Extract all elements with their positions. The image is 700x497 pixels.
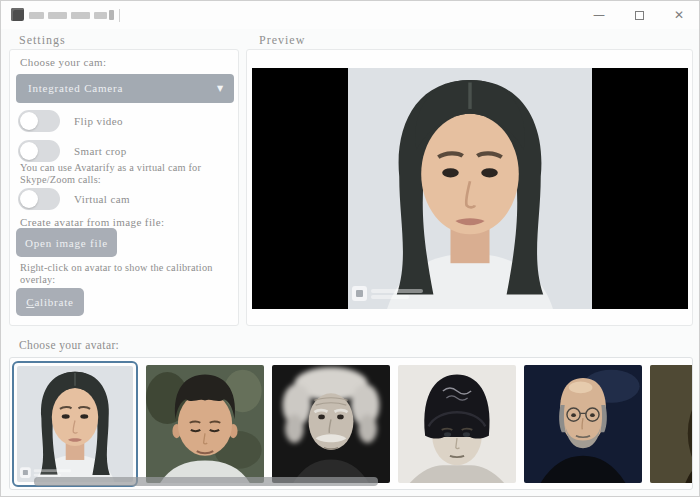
preview-panel (246, 49, 693, 326)
preview-section-title: Preview (259, 33, 305, 48)
toggle-knob (20, 142, 38, 160)
avatar-item-mona-lisa[interactable] (650, 365, 693, 483)
flip-video-row: Flip video (18, 110, 123, 132)
virtual-cam-toggle[interactable] (18, 188, 60, 210)
calibrate-note: Right-click on avatar to show the calibr… (20, 262, 242, 285)
preview-image-area (252, 68, 688, 309)
avatar-image-boy (146, 365, 264, 483)
create-avatar-label: Create avatar from image file: (20, 216, 165, 228)
flip-video-label: Flip video (74, 115, 123, 127)
choose-avatar-label: Choose your avatar: (19, 339, 119, 351)
window-controls: — ✕ (579, 1, 699, 29)
redacted-title-segment (109, 10, 114, 20)
virtual-cam-label: Virtual cam (74, 193, 130, 205)
settings-section-title: Settings (19, 33, 66, 48)
calibrate-button-label: Calibrate (16, 296, 84, 308)
redacted-title-segment (71, 12, 90, 19)
flip-video-toggle[interactable] (18, 110, 60, 132)
letterbox-right (592, 68, 688, 309)
letterbox-left (252, 68, 348, 309)
smart-crop-toggle[interactable] (18, 140, 60, 162)
video-watermark (352, 286, 423, 301)
title-caret-line (119, 9, 120, 22)
avatar-watermark (20, 467, 71, 478)
chevron-down-icon: ▼ (217, 74, 224, 103)
redacted-title-segment (48, 12, 67, 19)
toggle-knob (20, 112, 38, 130)
avatar-item-eminem[interactable] (398, 365, 516, 483)
avatar-strip (9, 357, 693, 490)
avatar-image-steve-jobs (524, 365, 642, 483)
avatar-scrollbar[interactable] (34, 477, 378, 486)
app-window: — ✕ Settings Preview Choose your cam: In… (0, 0, 700, 497)
virtual-cam-row: Virtual cam (18, 188, 130, 210)
camera-select[interactable]: Integrated Camera ▼ (16, 74, 234, 103)
avatar-image-eminem (398, 365, 516, 483)
smart-crop-label: Smart crop (74, 145, 127, 157)
minimize-button[interactable]: — (579, 1, 619, 29)
avatar-image-mona-lisa (650, 365, 693, 483)
avatar-item-boy[interactable] (146, 365, 264, 483)
avatar-image-einstein (272, 365, 390, 483)
close-button[interactable]: ✕ (659, 1, 699, 29)
camera-select-value: Integrated Camera (28, 82, 123, 94)
watermark-text-lines (371, 287, 423, 301)
avatar-item-einstein[interactable] (272, 365, 390, 483)
preview-video-frame (348, 68, 592, 309)
virtual-cam-note: You can use Avatarify as a virtual cam f… (20, 162, 242, 185)
settings-panel: Choose your cam: Integrated Camera ▼ Fli… (9, 49, 239, 326)
open-image-file-button[interactable]: Open image file (16, 228, 117, 257)
app-icon (11, 8, 24, 21)
calibrate-button[interactable]: Calibrate (16, 288, 84, 316)
avatar-item-steve-jobs[interactable] (524, 365, 642, 483)
preview-face-woman (348, 68, 592, 309)
redacted-title-segment (94, 12, 107, 19)
watermark-logo-icon (352, 286, 367, 301)
maximize-icon (635, 11, 644, 20)
avatar-image-woman (17, 366, 133, 482)
watermark-logo-icon (20, 467, 31, 478)
maximize-button[interactable] (619, 1, 659, 29)
toggle-knob (20, 190, 38, 208)
cam-label: Choose your cam: (20, 56, 106, 68)
titlebar[interactable]: — ✕ (1, 1, 699, 29)
watermark-text-lines (34, 467, 71, 477)
redacted-title-segment (29, 12, 44, 19)
avatar-item-woman[interactable] (12, 361, 138, 487)
smart-crop-row: Smart crop (18, 140, 127, 162)
